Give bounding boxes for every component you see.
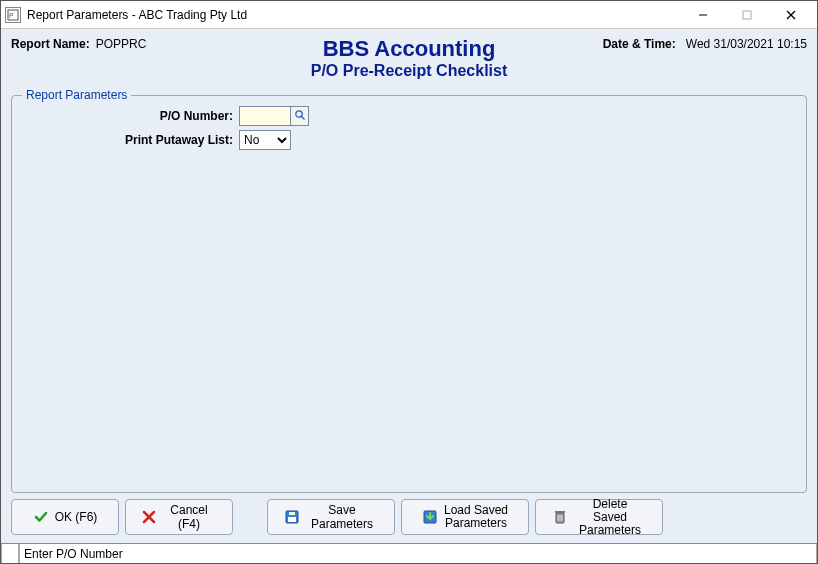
delete-saved-label-wrap: Delete Saved Parameters bbox=[574, 498, 646, 537]
report-parameters-fieldset: Report Parameters P/O Number: Print Puta… bbox=[11, 95, 807, 493]
cancel-icon bbox=[142, 509, 156, 525]
ok-button[interactable]: OK (F6) bbox=[11, 499, 119, 535]
svg-line-7 bbox=[301, 116, 304, 119]
po-number-lookup bbox=[239, 106, 309, 126]
load-saved-label-wrap: Load Saved Parameters bbox=[444, 504, 508, 530]
print-putaway-row: Print Putaway List: No bbox=[24, 130, 794, 150]
button-spacer bbox=[239, 499, 261, 535]
window: P Report Parameters - ABC Trading Pty Lt… bbox=[0, 0, 818, 564]
delete-saved-label-line1: Delete Saved bbox=[574, 498, 646, 524]
fieldset-legend: Report Parameters bbox=[22, 88, 131, 102]
button-row: OK (F6) Cancel (F4) Save Parameters bbox=[11, 493, 807, 537]
delete-saved-label-line2: Parameters bbox=[579, 524, 641, 537]
load-icon bbox=[422, 509, 438, 525]
statusbar-message: Enter P/O Number bbox=[19, 544, 817, 563]
window-controls bbox=[681, 2, 813, 28]
load-saved-label-line2: Parameters bbox=[445, 517, 507, 530]
svg-point-6 bbox=[295, 110, 301, 116]
trash-icon bbox=[552, 509, 568, 525]
header-row: Report Name: POPPRC BBS Accounting P/O P… bbox=[11, 37, 807, 89]
svg-rect-11 bbox=[288, 517, 296, 522]
delete-saved-parameters-button[interactable]: Delete Saved Parameters bbox=[535, 499, 663, 535]
po-number-label: P/O Number: bbox=[24, 109, 239, 123]
app-icon: P bbox=[5, 7, 21, 23]
svg-rect-12 bbox=[289, 512, 295, 515]
content-area: Report Name: POPPRC BBS Accounting P/O P… bbox=[1, 29, 817, 543]
svg-text:P: P bbox=[9, 12, 14, 19]
po-number-row: P/O Number: bbox=[24, 106, 794, 126]
cancel-button[interactable]: Cancel (F4) bbox=[125, 499, 233, 535]
header-center: BBS Accounting P/O Pre-Receipt Checklist bbox=[11, 37, 807, 81]
window-title: Report Parameters - ABC Trading Pty Ltd bbox=[27, 8, 681, 22]
save-parameters-label: Save Parameters bbox=[306, 503, 378, 531]
save-icon bbox=[284, 509, 300, 525]
search-icon bbox=[294, 109, 306, 124]
app-subtitle: P/O Pre-Receipt Checklist bbox=[11, 61, 807, 81]
check-icon bbox=[33, 509, 49, 525]
save-parameters-button[interactable]: Save Parameters bbox=[267, 499, 395, 535]
svg-rect-15 bbox=[555, 511, 565, 513]
close-button[interactable] bbox=[769, 2, 813, 28]
statusbar: Enter P/O Number bbox=[1, 543, 817, 563]
print-putaway-label: Print Putaway List: bbox=[24, 133, 239, 147]
minimize-button[interactable] bbox=[681, 2, 725, 28]
svg-rect-3 bbox=[743, 11, 751, 19]
cancel-button-label: Cancel (F4) bbox=[162, 503, 216, 531]
ok-button-label: OK (F6) bbox=[55, 510, 98, 524]
print-putaway-select[interactable]: No bbox=[239, 130, 291, 150]
statusbar-grip bbox=[1, 544, 19, 563]
titlebar: P Report Parameters - ABC Trading Pty Lt… bbox=[1, 1, 817, 29]
po-number-input[interactable] bbox=[239, 106, 291, 126]
load-saved-parameters-button[interactable]: Load Saved Parameters bbox=[401, 499, 529, 535]
po-number-lookup-button[interactable] bbox=[291, 106, 309, 126]
app-title: BBS Accounting bbox=[11, 37, 807, 61]
maximize-button[interactable] bbox=[725, 2, 769, 28]
